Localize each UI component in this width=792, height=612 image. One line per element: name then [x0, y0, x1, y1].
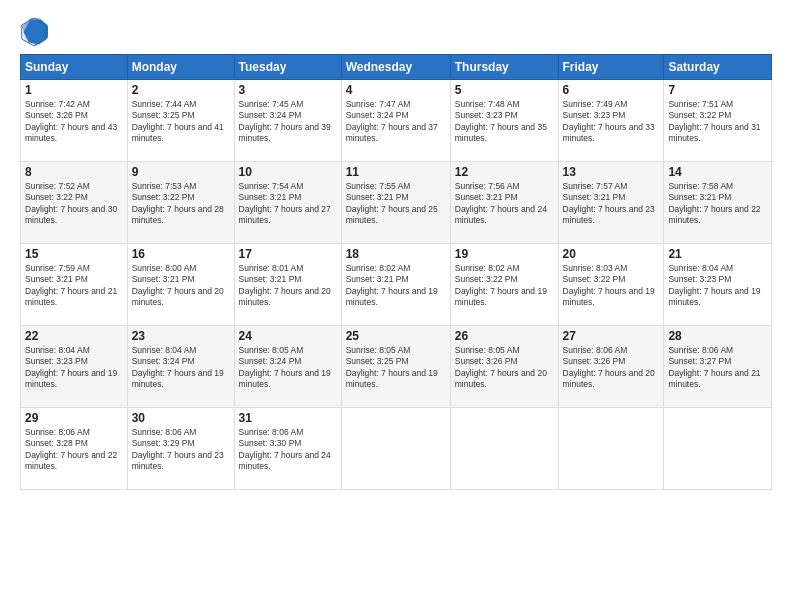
calendar-week-row: 29 Sunrise: 8:06 AMSunset: 3:28 PMDaylig…: [21, 408, 772, 490]
calendar-week-row: 15 Sunrise: 7:59 AMSunset: 3:21 PMDaylig…: [21, 244, 772, 326]
calendar-cell: 14 Sunrise: 7:58 AMSunset: 3:21 PMDaylig…: [664, 162, 772, 244]
calendar-cell: 13 Sunrise: 7:57 AMSunset: 3:21 PMDaylig…: [558, 162, 664, 244]
day-number: 30: [132, 411, 230, 425]
calendar-header-friday: Friday: [558, 55, 664, 80]
day-info: Sunrise: 8:05 AMSunset: 3:24 PMDaylight:…: [239, 345, 337, 391]
day-number: 23: [132, 329, 230, 343]
header: [20, 18, 772, 46]
calendar-cell: 22 Sunrise: 8:04 AMSunset: 3:23 PMDaylig…: [21, 326, 128, 408]
day-number: 4: [346, 83, 446, 97]
calendar-cell: 7 Sunrise: 7:51 AMSunset: 3:22 PMDayligh…: [664, 80, 772, 162]
day-info: Sunrise: 8:02 AMSunset: 3:22 PMDaylight:…: [455, 263, 554, 309]
calendar: SundayMondayTuesdayWednesdayThursdayFrid…: [20, 54, 772, 490]
day-info: Sunrise: 8:06 AMSunset: 3:28 PMDaylight:…: [25, 427, 123, 473]
day-info: Sunrise: 7:56 AMSunset: 3:21 PMDaylight:…: [455, 181, 554, 227]
calendar-cell: 5 Sunrise: 7:48 AMSunset: 3:23 PMDayligh…: [450, 80, 558, 162]
calendar-header-thursday: Thursday: [450, 55, 558, 80]
day-number: 11: [346, 165, 446, 179]
day-info: Sunrise: 7:48 AMSunset: 3:23 PMDaylight:…: [455, 99, 554, 145]
calendar-cell: 18 Sunrise: 8:02 AMSunset: 3:21 PMDaylig…: [341, 244, 450, 326]
day-number: 7: [668, 83, 767, 97]
calendar-cell: 1 Sunrise: 7:42 AMSunset: 3:26 PMDayligh…: [21, 80, 128, 162]
calendar-cell: 6 Sunrise: 7:49 AMSunset: 3:23 PMDayligh…: [558, 80, 664, 162]
calendar-cell: 9 Sunrise: 7:53 AMSunset: 3:22 PMDayligh…: [127, 162, 234, 244]
calendar-cell: [558, 408, 664, 490]
calendar-cell: 28 Sunrise: 8:06 AMSunset: 3:27 PMDaylig…: [664, 326, 772, 408]
day-info: Sunrise: 7:44 AMSunset: 3:25 PMDaylight:…: [132, 99, 230, 145]
calendar-cell: 20 Sunrise: 8:03 AMSunset: 3:22 PMDaylig…: [558, 244, 664, 326]
day-info: Sunrise: 8:06 AMSunset: 3:26 PMDaylight:…: [563, 345, 660, 391]
calendar-header-row: SundayMondayTuesdayWednesdayThursdayFrid…: [21, 55, 772, 80]
day-info: Sunrise: 8:06 AMSunset: 3:29 PMDaylight:…: [132, 427, 230, 473]
calendar-header-wednesday: Wednesday: [341, 55, 450, 80]
calendar-cell: 30 Sunrise: 8:06 AMSunset: 3:29 PMDaylig…: [127, 408, 234, 490]
day-number: 2: [132, 83, 230, 97]
day-info: Sunrise: 8:03 AMSunset: 3:22 PMDaylight:…: [563, 263, 660, 309]
day-number: 27: [563, 329, 660, 343]
calendar-week-row: 22 Sunrise: 8:04 AMSunset: 3:23 PMDaylig…: [21, 326, 772, 408]
calendar-cell: 11 Sunrise: 7:55 AMSunset: 3:21 PMDaylig…: [341, 162, 450, 244]
calendar-cell: 27 Sunrise: 8:06 AMSunset: 3:26 PMDaylig…: [558, 326, 664, 408]
day-number: 12: [455, 165, 554, 179]
day-number: 6: [563, 83, 660, 97]
day-info: Sunrise: 7:49 AMSunset: 3:23 PMDaylight:…: [563, 99, 660, 145]
day-info: Sunrise: 7:54 AMSunset: 3:21 PMDaylight:…: [239, 181, 337, 227]
day-info: Sunrise: 8:00 AMSunset: 3:21 PMDaylight:…: [132, 263, 230, 309]
day-info: Sunrise: 8:05 AMSunset: 3:25 PMDaylight:…: [346, 345, 446, 391]
day-info: Sunrise: 8:02 AMSunset: 3:21 PMDaylight:…: [346, 263, 446, 309]
calendar-cell: [664, 408, 772, 490]
calendar-cell: 29 Sunrise: 8:06 AMSunset: 3:28 PMDaylig…: [21, 408, 128, 490]
day-info: Sunrise: 8:04 AMSunset: 3:24 PMDaylight:…: [132, 345, 230, 391]
calendar-cell: 24 Sunrise: 8:05 AMSunset: 3:24 PMDaylig…: [234, 326, 341, 408]
calendar-cell: [450, 408, 558, 490]
day-info: Sunrise: 7:58 AMSunset: 3:21 PMDaylight:…: [668, 181, 767, 227]
day-info: Sunrise: 7:42 AMSunset: 3:26 PMDaylight:…: [25, 99, 123, 145]
day-number: 9: [132, 165, 230, 179]
calendar-cell: 12 Sunrise: 7:56 AMSunset: 3:21 PMDaylig…: [450, 162, 558, 244]
calendar-cell: 31 Sunrise: 8:06 AMSunset: 3:30 PMDaylig…: [234, 408, 341, 490]
day-number: 20: [563, 247, 660, 261]
day-number: 16: [132, 247, 230, 261]
day-number: 21: [668, 247, 767, 261]
day-info: Sunrise: 7:59 AMSunset: 3:21 PMDaylight:…: [25, 263, 123, 309]
day-number: 29: [25, 411, 123, 425]
calendar-header-tuesday: Tuesday: [234, 55, 341, 80]
day-info: Sunrise: 8:06 AMSunset: 3:27 PMDaylight:…: [668, 345, 767, 391]
day-number: 14: [668, 165, 767, 179]
day-info: Sunrise: 7:47 AMSunset: 3:24 PMDaylight:…: [346, 99, 446, 145]
calendar-cell: 26 Sunrise: 8:05 AMSunset: 3:26 PMDaylig…: [450, 326, 558, 408]
calendar-cell: 3 Sunrise: 7:45 AMSunset: 3:24 PMDayligh…: [234, 80, 341, 162]
day-number: 10: [239, 165, 337, 179]
day-info: Sunrise: 8:01 AMSunset: 3:21 PMDaylight:…: [239, 263, 337, 309]
day-info: Sunrise: 7:53 AMSunset: 3:22 PMDaylight:…: [132, 181, 230, 227]
calendar-cell: 15 Sunrise: 7:59 AMSunset: 3:21 PMDaylig…: [21, 244, 128, 326]
calendar-cell: 19 Sunrise: 8:02 AMSunset: 3:22 PMDaylig…: [450, 244, 558, 326]
day-number: 28: [668, 329, 767, 343]
logo: [20, 18, 52, 46]
calendar-header-monday: Monday: [127, 55, 234, 80]
day-number: 19: [455, 247, 554, 261]
day-number: 13: [563, 165, 660, 179]
day-info: Sunrise: 7:51 AMSunset: 3:22 PMDaylight:…: [668, 99, 767, 145]
calendar-header-saturday: Saturday: [664, 55, 772, 80]
day-info: Sunrise: 7:52 AMSunset: 3:22 PMDaylight:…: [25, 181, 123, 227]
day-number: 8: [25, 165, 123, 179]
day-number: 17: [239, 247, 337, 261]
calendar-header-sunday: Sunday: [21, 55, 128, 80]
day-info: Sunrise: 7:45 AMSunset: 3:24 PMDaylight:…: [239, 99, 337, 145]
logo-icon: [20, 18, 48, 46]
day-number: 15: [25, 247, 123, 261]
day-number: 5: [455, 83, 554, 97]
calendar-cell: [341, 408, 450, 490]
calendar-week-row: 8 Sunrise: 7:52 AMSunset: 3:22 PMDayligh…: [21, 162, 772, 244]
calendar-cell: 2 Sunrise: 7:44 AMSunset: 3:25 PMDayligh…: [127, 80, 234, 162]
calendar-cell: 10 Sunrise: 7:54 AMSunset: 3:21 PMDaylig…: [234, 162, 341, 244]
day-info: Sunrise: 7:57 AMSunset: 3:21 PMDaylight:…: [563, 181, 660, 227]
day-number: 26: [455, 329, 554, 343]
day-number: 3: [239, 83, 337, 97]
day-info: Sunrise: 7:55 AMSunset: 3:21 PMDaylight:…: [346, 181, 446, 227]
calendar-cell: 17 Sunrise: 8:01 AMSunset: 3:21 PMDaylig…: [234, 244, 341, 326]
day-info: Sunrise: 8:05 AMSunset: 3:26 PMDaylight:…: [455, 345, 554, 391]
day-info: Sunrise: 8:06 AMSunset: 3:30 PMDaylight:…: [239, 427, 337, 473]
page: SundayMondayTuesdayWednesdayThursdayFrid…: [0, 0, 792, 612]
